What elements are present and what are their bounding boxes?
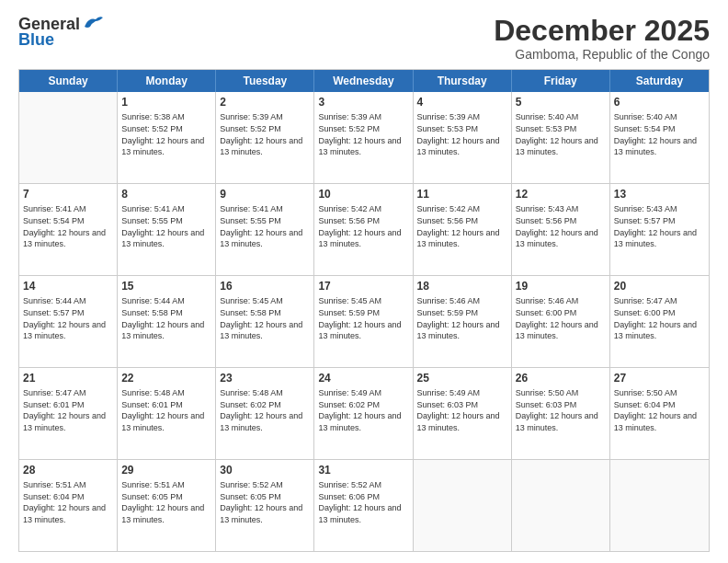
calendar-day-cell: 9Sunrise: 5:41 AM Sunset: 5:55 PM Daylig…	[216, 184, 314, 275]
calendar-day-cell: 3Sunrise: 5:39 AM Sunset: 5:52 PM Daylig…	[314, 92, 413, 183]
day-number: 26	[516, 371, 606, 385]
calendar-day-cell	[610, 460, 709, 551]
day-number: 19	[516, 279, 606, 293]
weekday-header: Sunday	[19, 70, 118, 92]
logo-blue: Blue	[18, 30, 54, 50]
calendar-day-cell: 4Sunrise: 5:39 AM Sunset: 5:53 PM Daylig…	[414, 92, 512, 183]
calendar-day-cell: 17Sunrise: 5:45 AM Sunset: 5:59 PM Dayli…	[314, 276, 413, 367]
day-info: Sunrise: 5:48 AM Sunset: 6:02 PM Dayligh…	[220, 387, 310, 433]
calendar-day-cell: 18Sunrise: 5:46 AM Sunset: 5:59 PM Dayli…	[414, 276, 512, 367]
calendar-day-cell: 6Sunrise: 5:40 AM Sunset: 5:54 PM Daylig…	[610, 92, 709, 183]
day-number: 15	[121, 279, 211, 293]
calendar-day-cell: 16Sunrise: 5:45 AM Sunset: 5:58 PM Dayli…	[216, 276, 314, 367]
day-info: Sunrise: 5:52 AM Sunset: 6:05 PM Dayligh…	[220, 479, 310, 525]
day-info: Sunrise: 5:42 AM Sunset: 5:56 PM Dayligh…	[417, 203, 507, 249]
weekday-header: Tuesday	[216, 70, 314, 92]
day-info: Sunrise: 5:50 AM Sunset: 6:03 PM Dayligh…	[516, 387, 606, 433]
logo-bird-icon	[83, 16, 103, 30]
day-number: 2	[220, 95, 310, 109]
day-number: 18	[417, 279, 507, 293]
day-number: 6	[614, 95, 705, 109]
weekday-header: Friday	[512, 70, 610, 92]
day-info: Sunrise: 5:50 AM Sunset: 6:04 PM Dayligh…	[614, 387, 705, 433]
title-block: December 2025 Gamboma, Republic of the C…	[494, 15, 710, 62]
calendar-day-cell: 14Sunrise: 5:44 AM Sunset: 5:57 PM Dayli…	[19, 276, 118, 367]
day-number: 4	[417, 95, 507, 109]
calendar: SundayMondayTuesdayWednesdayThursdayFrid…	[18, 69, 710, 552]
calendar-day-cell: 22Sunrise: 5:48 AM Sunset: 6:01 PM Dayli…	[118, 368, 216, 459]
calendar-week: 14Sunrise: 5:44 AM Sunset: 5:57 PM Dayli…	[19, 276, 709, 368]
day-number: 24	[318, 371, 408, 385]
day-number: 13	[614, 187, 705, 201]
day-info: Sunrise: 5:49 AM Sunset: 6:03 PM Dayligh…	[417, 387, 507, 433]
day-number: 10	[318, 187, 408, 201]
day-info: Sunrise: 5:43 AM Sunset: 5:57 PM Dayligh…	[614, 203, 705, 249]
weekday-header: Thursday	[414, 70, 512, 92]
calendar-week: 7Sunrise: 5:41 AM Sunset: 5:54 PM Daylig…	[19, 184, 709, 276]
calendar-day-cell: 12Sunrise: 5:43 AM Sunset: 5:56 PM Dayli…	[512, 184, 610, 275]
calendar-title: December 2025	[494, 15, 710, 47]
header: General Blue December 2025 Gamboma, Repu…	[18, 15, 710, 62]
calendar-day-cell: 23Sunrise: 5:48 AM Sunset: 6:02 PM Dayli…	[216, 368, 314, 459]
day-number: 17	[318, 279, 408, 293]
day-info: Sunrise: 5:38 AM Sunset: 5:52 PM Dayligh…	[121, 111, 211, 157]
calendar-day-cell: 26Sunrise: 5:50 AM Sunset: 6:03 PM Dayli…	[512, 368, 610, 459]
day-number: 1	[121, 95, 211, 109]
calendar-day-cell: 20Sunrise: 5:47 AM Sunset: 6:00 PM Dayli…	[610, 276, 709, 367]
day-info: Sunrise: 5:51 AM Sunset: 6:04 PM Dayligh…	[23, 479, 113, 525]
day-number: 12	[516, 187, 606, 201]
day-number: 14	[23, 279, 113, 293]
calendar-day-cell: 27Sunrise: 5:50 AM Sunset: 6:04 PM Dayli…	[610, 368, 709, 459]
day-info: Sunrise: 5:47 AM Sunset: 6:00 PM Dayligh…	[614, 295, 705, 341]
calendar-day-cell: 5Sunrise: 5:40 AM Sunset: 5:53 PM Daylig…	[512, 92, 610, 183]
calendar-header: SundayMondayTuesdayWednesdayThursdayFrid…	[19, 70, 709, 92]
calendar-body: 1Sunrise: 5:38 AM Sunset: 5:52 PM Daylig…	[19, 92, 709, 551]
logo: General Blue	[18, 15, 103, 50]
day-number: 8	[121, 187, 211, 201]
day-number: 9	[220, 187, 310, 201]
day-number: 23	[220, 371, 310, 385]
day-info: Sunrise: 5:39 AM Sunset: 5:52 PM Dayligh…	[318, 111, 408, 157]
day-number: 27	[614, 371, 705, 385]
calendar-day-cell	[19, 92, 118, 183]
calendar-day-cell: 11Sunrise: 5:42 AM Sunset: 5:56 PM Dayli…	[414, 184, 512, 275]
calendar-day-cell: 2Sunrise: 5:39 AM Sunset: 5:52 PM Daylig…	[216, 92, 314, 183]
calendar-week: 1Sunrise: 5:38 AM Sunset: 5:52 PM Daylig…	[19, 92, 709, 184]
day-info: Sunrise: 5:41 AM Sunset: 5:55 PM Dayligh…	[220, 203, 310, 249]
calendar-day-cell	[414, 460, 512, 551]
day-number: 20	[614, 279, 705, 293]
weekday-header: Saturday	[610, 70, 709, 92]
calendar-week: 21Sunrise: 5:47 AM Sunset: 6:01 PM Dayli…	[19, 368, 709, 460]
calendar-subtitle: Gamboma, Republic of the Congo	[494, 47, 710, 62]
calendar-day-cell: 21Sunrise: 5:47 AM Sunset: 6:01 PM Dayli…	[19, 368, 118, 459]
day-info: Sunrise: 5:40 AM Sunset: 5:53 PM Dayligh…	[516, 111, 606, 157]
weekday-header: Monday	[118, 70, 216, 92]
calendar-day-cell: 10Sunrise: 5:42 AM Sunset: 5:56 PM Dayli…	[314, 184, 413, 275]
calendar-day-cell: 1Sunrise: 5:38 AM Sunset: 5:52 PM Daylig…	[118, 92, 216, 183]
day-info: Sunrise: 5:49 AM Sunset: 6:02 PM Dayligh…	[318, 387, 408, 433]
day-number: 5	[516, 95, 606, 109]
day-info: Sunrise: 5:40 AM Sunset: 5:54 PM Dayligh…	[614, 111, 705, 157]
day-info: Sunrise: 5:39 AM Sunset: 5:52 PM Dayligh…	[220, 111, 310, 157]
day-number: 21	[23, 371, 113, 385]
day-info: Sunrise: 5:51 AM Sunset: 6:05 PM Dayligh…	[121, 479, 211, 525]
day-info: Sunrise: 5:46 AM Sunset: 5:59 PM Dayligh…	[417, 295, 507, 341]
day-number: 28	[23, 463, 113, 477]
day-info: Sunrise: 5:43 AM Sunset: 5:56 PM Dayligh…	[516, 203, 606, 249]
calendar-day-cell: 13Sunrise: 5:43 AM Sunset: 5:57 PM Dayli…	[610, 184, 709, 275]
day-info: Sunrise: 5:47 AM Sunset: 6:01 PM Dayligh…	[23, 387, 113, 433]
calendar-day-cell: 28Sunrise: 5:51 AM Sunset: 6:04 PM Dayli…	[19, 460, 118, 551]
calendar-week: 28Sunrise: 5:51 AM Sunset: 6:04 PM Dayli…	[19, 460, 709, 551]
day-number: 22	[121, 371, 211, 385]
calendar-day-cell: 8Sunrise: 5:41 AM Sunset: 5:55 PM Daylig…	[118, 184, 216, 275]
day-info: Sunrise: 5:48 AM Sunset: 6:01 PM Dayligh…	[121, 387, 211, 433]
day-info: Sunrise: 5:52 AM Sunset: 6:06 PM Dayligh…	[318, 479, 408, 525]
calendar-day-cell: 29Sunrise: 5:51 AM Sunset: 6:05 PM Dayli…	[118, 460, 216, 551]
day-info: Sunrise: 5:41 AM Sunset: 5:54 PM Dayligh…	[23, 203, 113, 249]
calendar-day-cell: 7Sunrise: 5:41 AM Sunset: 5:54 PM Daylig…	[19, 184, 118, 275]
day-number: 11	[417, 187, 507, 201]
day-number: 31	[318, 463, 408, 477]
calendar-day-cell: 24Sunrise: 5:49 AM Sunset: 6:02 PM Dayli…	[314, 368, 413, 459]
day-number: 30	[220, 463, 310, 477]
calendar-day-cell: 19Sunrise: 5:46 AM Sunset: 6:00 PM Dayli…	[512, 276, 610, 367]
